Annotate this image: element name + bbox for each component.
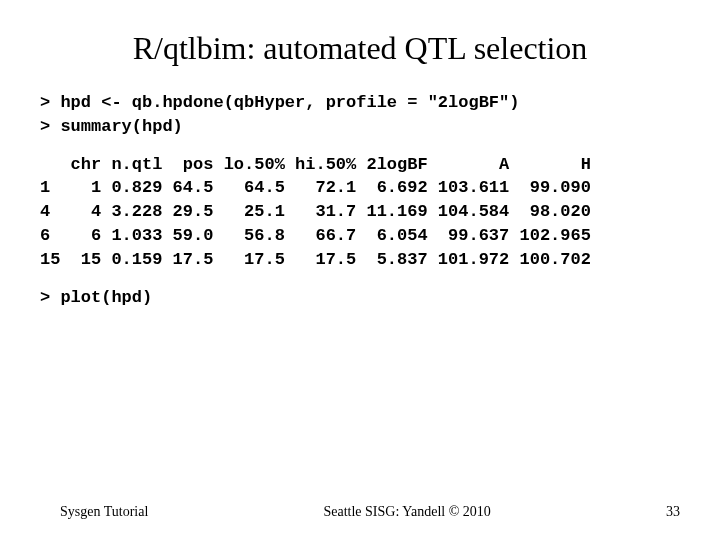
code-line: > summary(hpd) [40,117,183,136]
table-header: chr n.qtl pos lo.50% hi.50% 2logBF A H [40,155,591,174]
footer-left: Sysgen Tutorial [60,504,148,520]
summary-table: chr n.qtl pos lo.50% hi.50% 2logBF A H 1… [40,153,680,272]
plot-command: > plot(hpd) [40,286,680,310]
table-row: 4 4 3.228 29.5 25.1 31.7 11.169 104.584 … [40,202,591,221]
slide: R/qtlbim: automated QTL selection > hpd … [0,0,720,540]
table-row: 15 15 0.159 17.5 17.5 17.5 5.837 101.972… [40,250,591,269]
code-line: > hpd <- qb.hpdone(qbHyper, profile = "2… [40,93,519,112]
table-row: 6 6 1.033 59.0 56.8 66.7 6.054 99.637 10… [40,226,591,245]
footer-center: Seattle SISG: Yandell © 2010 [148,504,666,520]
page-number: 33 [666,504,680,520]
code-block: > hpd <- qb.hpdone(qbHyper, profile = "2… [40,91,680,139]
table-row: 1 1 0.829 64.5 64.5 72.1 6.692 103.611 9… [40,178,591,197]
slide-title: R/qtlbim: automated QTL selection [40,30,680,67]
footer: Sysgen Tutorial Seattle SISG: Yandell © … [0,504,720,520]
